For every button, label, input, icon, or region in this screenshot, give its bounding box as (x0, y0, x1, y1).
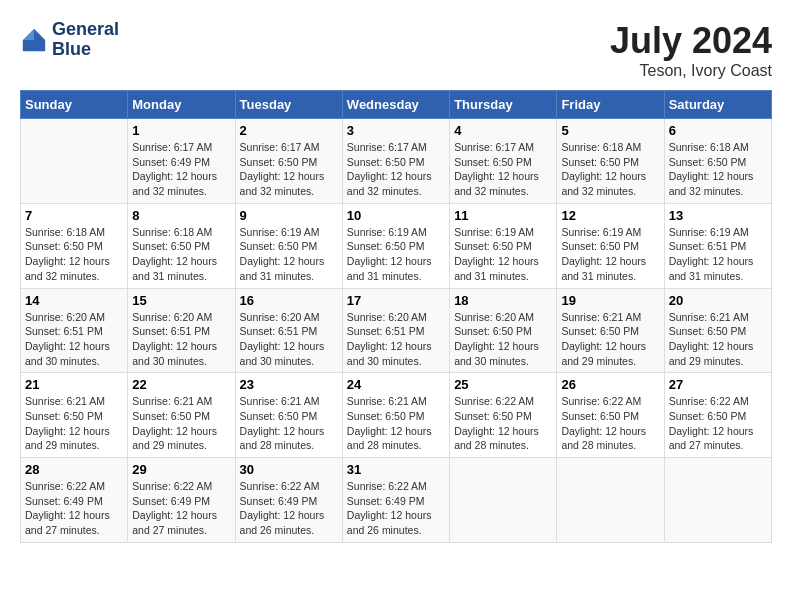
day-info: Sunrise: 6:18 AM Sunset: 6:50 PM Dayligh… (25, 225, 123, 284)
day-number: 14 (25, 293, 123, 308)
day-number: 11 (454, 208, 552, 223)
day-info: Sunrise: 6:18 AM Sunset: 6:50 PM Dayligh… (669, 140, 767, 199)
title-block: July 2024 Teson, Ivory Coast (610, 20, 772, 80)
day-info: Sunrise: 6:20 AM Sunset: 6:50 PM Dayligh… (454, 310, 552, 369)
day-number: 12 (561, 208, 659, 223)
day-info: Sunrise: 6:20 AM Sunset: 6:51 PM Dayligh… (132, 310, 230, 369)
day-number: 15 (132, 293, 230, 308)
calendar-cell: 20Sunrise: 6:21 AM Sunset: 6:50 PM Dayli… (664, 288, 771, 373)
day-number: 26 (561, 377, 659, 392)
day-number: 31 (347, 462, 445, 477)
day-of-week-header: Monday (128, 91, 235, 119)
day-info: Sunrise: 6:21 AM Sunset: 6:50 PM Dayligh… (669, 310, 767, 369)
day-number: 19 (561, 293, 659, 308)
calendar-table: SundayMondayTuesdayWednesdayThursdayFrid… (20, 90, 772, 543)
calendar-cell: 10Sunrise: 6:19 AM Sunset: 6:50 PM Dayli… (342, 203, 449, 288)
day-info: Sunrise: 6:19 AM Sunset: 6:50 PM Dayligh… (561, 225, 659, 284)
day-info: Sunrise: 6:19 AM Sunset: 6:50 PM Dayligh… (347, 225, 445, 284)
day-info: Sunrise: 6:20 AM Sunset: 6:51 PM Dayligh… (347, 310, 445, 369)
day-info: Sunrise: 6:22 AM Sunset: 6:50 PM Dayligh… (669, 394, 767, 453)
day-number: 3 (347, 123, 445, 138)
day-number: 9 (240, 208, 338, 223)
day-number: 16 (240, 293, 338, 308)
day-info: Sunrise: 6:22 AM Sunset: 6:50 PM Dayligh… (454, 394, 552, 453)
day-of-week-header: Sunday (21, 91, 128, 119)
day-info: Sunrise: 6:19 AM Sunset: 6:50 PM Dayligh… (240, 225, 338, 284)
calendar-cell: 31Sunrise: 6:22 AM Sunset: 6:49 PM Dayli… (342, 458, 449, 543)
day-of-week-header: Saturday (664, 91, 771, 119)
day-number: 10 (347, 208, 445, 223)
day-of-week-header: Tuesday (235, 91, 342, 119)
day-info: Sunrise: 6:21 AM Sunset: 6:50 PM Dayligh… (347, 394, 445, 453)
logo-icon (20, 26, 48, 54)
day-info: Sunrise: 6:18 AM Sunset: 6:50 PM Dayligh… (561, 140, 659, 199)
svg-marker-0 (34, 29, 45, 40)
day-of-week-header: Thursday (450, 91, 557, 119)
calendar-cell: 8Sunrise: 6:18 AM Sunset: 6:50 PM Daylig… (128, 203, 235, 288)
day-number: 5 (561, 123, 659, 138)
day-info: Sunrise: 6:17 AM Sunset: 6:50 PM Dayligh… (240, 140, 338, 199)
day-number: 18 (454, 293, 552, 308)
calendar-cell: 22Sunrise: 6:21 AM Sunset: 6:50 PM Dayli… (128, 373, 235, 458)
calendar-cell: 26Sunrise: 6:22 AM Sunset: 6:50 PM Dayli… (557, 373, 664, 458)
calendar-cell: 1Sunrise: 6:17 AM Sunset: 6:49 PM Daylig… (128, 119, 235, 204)
calendar-cell: 30Sunrise: 6:22 AM Sunset: 6:49 PM Dayli… (235, 458, 342, 543)
calendar-week-row: 1Sunrise: 6:17 AM Sunset: 6:49 PM Daylig… (21, 119, 772, 204)
day-info: Sunrise: 6:17 AM Sunset: 6:50 PM Dayligh… (454, 140, 552, 199)
calendar-week-row: 7Sunrise: 6:18 AM Sunset: 6:50 PM Daylig… (21, 203, 772, 288)
calendar-cell: 12Sunrise: 6:19 AM Sunset: 6:50 PM Dayli… (557, 203, 664, 288)
calendar-cell (664, 458, 771, 543)
calendar-cell (450, 458, 557, 543)
day-number: 7 (25, 208, 123, 223)
day-number: 4 (454, 123, 552, 138)
calendar-cell (21, 119, 128, 204)
day-info: Sunrise: 6:19 AM Sunset: 6:50 PM Dayligh… (454, 225, 552, 284)
day-number: 23 (240, 377, 338, 392)
calendar-cell: 11Sunrise: 6:19 AM Sunset: 6:50 PM Dayli… (450, 203, 557, 288)
day-info: Sunrise: 6:21 AM Sunset: 6:50 PM Dayligh… (240, 394, 338, 453)
month-year: July 2024 (610, 20, 772, 62)
location: Teson, Ivory Coast (610, 62, 772, 80)
day-number: 28 (25, 462, 123, 477)
day-info: Sunrise: 6:20 AM Sunset: 6:51 PM Dayligh… (240, 310, 338, 369)
calendar-cell: 7Sunrise: 6:18 AM Sunset: 6:50 PM Daylig… (21, 203, 128, 288)
calendar-cell: 14Sunrise: 6:20 AM Sunset: 6:51 PM Dayli… (21, 288, 128, 373)
calendar-cell: 15Sunrise: 6:20 AM Sunset: 6:51 PM Dayli… (128, 288, 235, 373)
day-info: Sunrise: 6:17 AM Sunset: 6:49 PM Dayligh… (132, 140, 230, 199)
day-number: 27 (669, 377, 767, 392)
calendar-week-row: 21Sunrise: 6:21 AM Sunset: 6:50 PM Dayli… (21, 373, 772, 458)
day-number: 24 (347, 377, 445, 392)
logo-text: General Blue (52, 20, 119, 60)
calendar-cell: 19Sunrise: 6:21 AM Sunset: 6:50 PM Dayli… (557, 288, 664, 373)
calendar-cell: 4Sunrise: 6:17 AM Sunset: 6:50 PM Daylig… (450, 119, 557, 204)
day-number: 20 (669, 293, 767, 308)
day-info: Sunrise: 6:18 AM Sunset: 6:50 PM Dayligh… (132, 225, 230, 284)
day-info: Sunrise: 6:22 AM Sunset: 6:49 PM Dayligh… (240, 479, 338, 538)
day-info: Sunrise: 6:22 AM Sunset: 6:49 PM Dayligh… (132, 479, 230, 538)
calendar-cell: 5Sunrise: 6:18 AM Sunset: 6:50 PM Daylig… (557, 119, 664, 204)
day-number: 6 (669, 123, 767, 138)
day-info: Sunrise: 6:21 AM Sunset: 6:50 PM Dayligh… (132, 394, 230, 453)
day-number: 25 (454, 377, 552, 392)
calendar-cell: 2Sunrise: 6:17 AM Sunset: 6:50 PM Daylig… (235, 119, 342, 204)
day-info: Sunrise: 6:19 AM Sunset: 6:51 PM Dayligh… (669, 225, 767, 284)
day-info: Sunrise: 6:17 AM Sunset: 6:50 PM Dayligh… (347, 140, 445, 199)
day-number: 30 (240, 462, 338, 477)
calendar-cell: 27Sunrise: 6:22 AM Sunset: 6:50 PM Dayli… (664, 373, 771, 458)
day-number: 29 (132, 462, 230, 477)
day-number: 1 (132, 123, 230, 138)
logo: General Blue (20, 20, 119, 60)
calendar-cell: 25Sunrise: 6:22 AM Sunset: 6:50 PM Dayli… (450, 373, 557, 458)
calendar-week-row: 28Sunrise: 6:22 AM Sunset: 6:49 PM Dayli… (21, 458, 772, 543)
day-info: Sunrise: 6:21 AM Sunset: 6:50 PM Dayligh… (561, 310, 659, 369)
calendar-header-row: SundayMondayTuesdayWednesdayThursdayFrid… (21, 91, 772, 119)
day-number: 8 (132, 208, 230, 223)
page-header: General Blue July 2024 Teson, Ivory Coas… (20, 20, 772, 80)
day-number: 21 (25, 377, 123, 392)
calendar-cell: 9Sunrise: 6:19 AM Sunset: 6:50 PM Daylig… (235, 203, 342, 288)
day-info: Sunrise: 6:22 AM Sunset: 6:49 PM Dayligh… (25, 479, 123, 538)
logo-line1: General (52, 20, 119, 40)
day-number: 13 (669, 208, 767, 223)
day-number: 2 (240, 123, 338, 138)
svg-marker-1 (23, 29, 34, 40)
